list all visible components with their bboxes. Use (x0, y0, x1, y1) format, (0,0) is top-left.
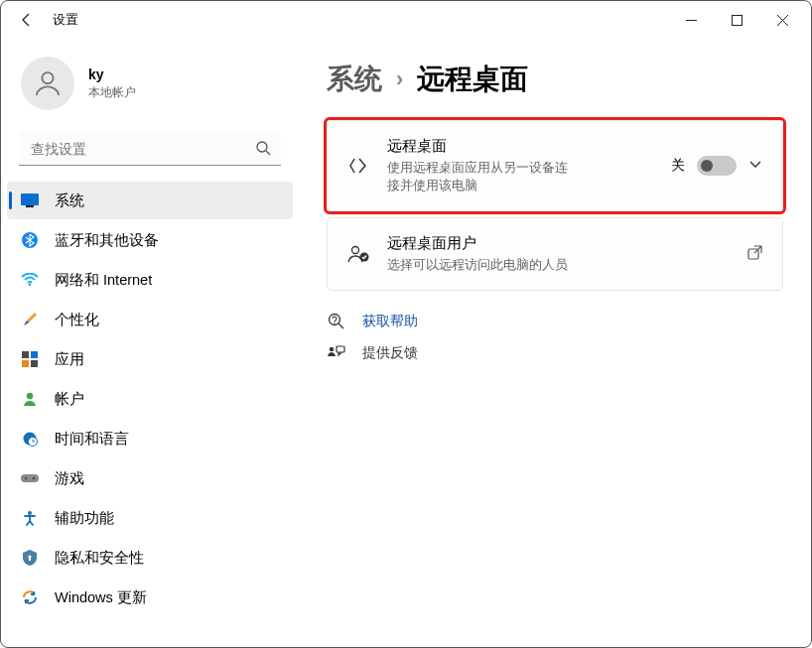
apps-icon (21, 350, 39, 368)
gamepad-icon (21, 469, 39, 487)
svg-rect-9 (22, 351, 29, 358)
get-help-link[interactable]: 获取帮助 (362, 313, 418, 330)
nav-label: 辅助功能 (55, 509, 114, 528)
close-icon (777, 15, 788, 26)
nav-label: 系统 (55, 192, 84, 210)
nav-label: 时间和语言 (55, 430, 129, 449)
nav-item-time-language[interactable]: 时间和语言 (7, 420, 293, 457)
open-external-button[interactable] (747, 245, 762, 264)
svg-point-8 (29, 284, 32, 287)
svg-rect-16 (21, 474, 39, 482)
svg-point-26 (334, 324, 335, 324)
svg-point-18 (33, 477, 35, 479)
svg-point-22 (352, 247, 359, 254)
svg-rect-11 (22, 360, 29, 367)
external-link-icon (747, 245, 762, 260)
chevron-right-icon: › (396, 66, 403, 92)
svg-point-13 (27, 393, 33, 399)
nav-item-personalization[interactable]: 个性化 (7, 301, 293, 338)
breadcrumb-parent[interactable]: 系统 (327, 61, 382, 98)
maximize-icon (732, 15, 743, 26)
svg-rect-10 (31, 351, 38, 358)
nav-label: 个性化 (55, 311, 99, 329)
search-wrap (19, 132, 281, 166)
expand-button[interactable] (748, 157, 762, 175)
system-icon (21, 192, 39, 209)
update-icon (21, 588, 39, 606)
card-subtitle: 使用远程桌面应用从另一设备连接并使用该电脑 (387, 159, 576, 194)
maximize-button[interactable] (714, 1, 759, 39)
svg-point-19 (28, 511, 32, 515)
nav-item-apps[interactable]: 应用 (7, 340, 293, 378)
feedback-icon (327, 345, 346, 361)
card-subtitle: 选择可以远程访问此电脑的人员 (387, 256, 730, 274)
search-icon (255, 140, 271, 160)
help-icon (327, 313, 346, 330)
nav-item-gaming[interactable]: 游戏 (7, 459, 293, 497)
breadcrumb-current: 远程桌面 (417, 61, 528, 98)
remote-desktop-users-card[interactable]: 远程桌面用户 选择可以远程访问此电脑的人员 (327, 217, 783, 291)
profile-name: ky (88, 66, 136, 82)
nav-item-system[interactable]: 系统 (7, 182, 293, 219)
chevron-down-icon (748, 157, 762, 171)
nav-item-accessibility[interactable]: 辅助功能 (7, 499, 293, 537)
svg-rect-21 (29, 558, 31, 561)
person-icon (32, 67, 64, 99)
titlebar: 设置 (1, 1, 811, 39)
svg-point-3 (257, 142, 267, 152)
globe-clock-icon (21, 430, 39, 448)
svg-point-28 (330, 347, 334, 351)
help-link-row: 获取帮助 (327, 313, 783, 330)
svg-rect-5 (21, 194, 39, 205)
remote-desktop-toggle[interactable] (697, 156, 737, 176)
card-title: 远程桌面 (387, 137, 653, 156)
back-button[interactable] (7, 1, 47, 39)
svg-point-2 (42, 72, 53, 83)
svg-rect-12 (31, 360, 38, 367)
nav-item-windows-update[interactable]: Windows 更新 (7, 579, 293, 616)
close-button[interactable] (759, 1, 805, 39)
wifi-icon (21, 271, 39, 289)
nav-label: 蓝牙和其他设备 (55, 231, 159, 250)
svg-line-27 (338, 324, 343, 328)
svg-rect-29 (337, 346, 344, 352)
nav-label: 网络和 Internet (55, 271, 152, 290)
brush-icon (21, 311, 39, 328)
accessibility-icon (21, 509, 39, 527)
toggle-state-label: 关 (671, 157, 685, 175)
sidebar: ky 本地帐户 系统 蓝牙和其他设备 网络和 Internet (1, 39, 299, 647)
svg-rect-6 (26, 205, 34, 207)
arrow-left-icon (19, 12, 35, 28)
window-controls (668, 1, 805, 39)
breadcrumb: 系统 › 远程桌面 (327, 61, 783, 98)
avatar (21, 57, 74, 110)
nav-item-privacy[interactable]: 隐私和安全性 (7, 539, 293, 577)
nav-label: Windows 更新 (55, 588, 147, 607)
main-content: 系统 › 远程桌面 远程桌面 使用远程桌面应用从另一设备连接并使用该电脑 关 (299, 39, 811, 647)
users-icon (347, 244, 369, 264)
feedback-link-row: 提供反馈 (327, 344, 783, 362)
svg-point-17 (25, 477, 27, 479)
remote-desktop-icon (347, 156, 369, 176)
nav-label: 应用 (55, 350, 84, 369)
give-feedback-link[interactable]: 提供反馈 (362, 344, 418, 362)
remote-desktop-card[interactable]: 远程桌面 使用远程桌面应用从另一设备连接并使用该电脑 关 (327, 120, 783, 211)
profile-subtitle: 本地帐户 (88, 84, 136, 101)
app-title: 设置 (53, 11, 78, 29)
svg-line-4 (266, 151, 270, 155)
nav-label: 隐私和安全性 (55, 549, 144, 568)
minimize-icon (686, 15, 697, 26)
search-input[interactable] (19, 132, 281, 166)
svg-rect-1 (732, 15, 742, 25)
nav-item-bluetooth[interactable]: 蓝牙和其他设备 (7, 221, 293, 259)
nav-list: 系统 蓝牙和其他设备 网络和 Internet 个性化 应用 帐户 (1, 180, 299, 622)
profile-block[interactable]: ky 本地帐户 (1, 45, 299, 126)
nav-item-accounts[interactable]: 帐户 (7, 380, 293, 418)
bluetooth-icon (21, 231, 39, 249)
nav-label: 游戏 (55, 469, 84, 488)
account-icon (21, 390, 39, 408)
nav-item-network[interactable]: 网络和 Internet (7, 261, 293, 299)
card-title: 远程桌面用户 (387, 234, 730, 253)
shield-icon (21, 549, 39, 567)
minimize-button[interactable] (668, 1, 714, 39)
